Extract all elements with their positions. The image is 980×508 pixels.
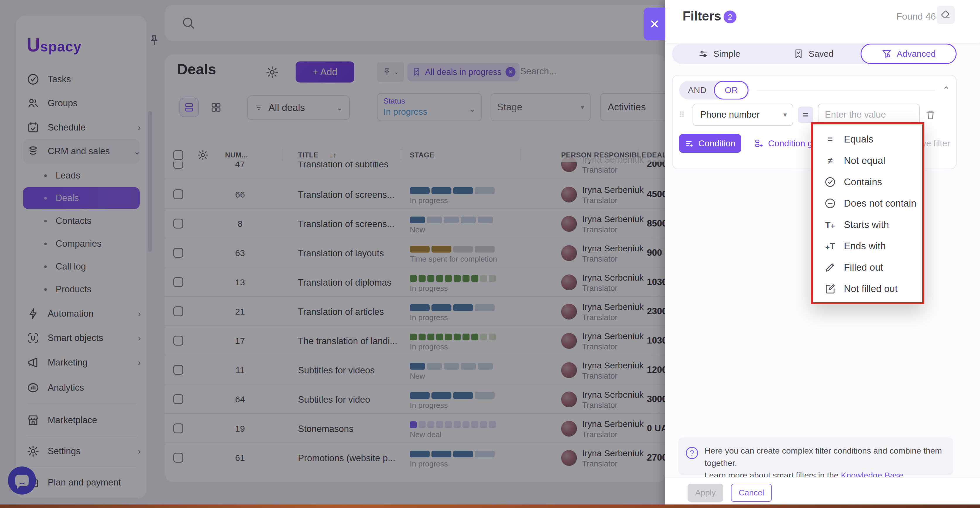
starts-with-icon: T₊ [823, 219, 837, 230]
menu-item-filled-out[interactable]: Filled out [813, 257, 922, 278]
help-note: ? Here you can create complex filter con… [678, 438, 953, 475]
help-line1: Here you can create complex filter condi… [705, 446, 942, 468]
menu-item-label: Does not contain [844, 198, 916, 209]
menu-item-does-not-contain[interactable]: Does not contain [813, 192, 922, 214]
circle-check-icon [823, 176, 837, 188]
and-option[interactable]: AND [679, 85, 714, 95]
field-select[interactable]: Phone number ▾ [692, 103, 793, 126]
pencil-icon [823, 262, 837, 273]
filters-footer: Apply Cancel [665, 477, 980, 508]
button-label: Condition [698, 138, 736, 148]
caret-down-icon: ▾ [783, 111, 787, 119]
menu-item-not-equal[interactable]: ≠ Not equal [813, 150, 922, 171]
tab-advanced[interactable]: Advanced [861, 44, 956, 64]
tab-saved[interactable]: Saved [766, 44, 861, 64]
close-filters-button[interactable]: ✕ [644, 8, 665, 40]
drag-handle-icon[interactable]: ⠿ [679, 113, 688, 117]
tab-label: Advanced [897, 49, 935, 59]
close-icon: ✕ [649, 17, 659, 31]
add-condition-icon [685, 139, 694, 148]
ends-with-icon: ₊T [823, 241, 837, 251]
collapse-group-icon[interactable]: ⌃ [942, 84, 950, 96]
menu-item-label: Filled out [844, 262, 883, 273]
filters-title: Filters [682, 9, 721, 24]
not-equal-icon: ≠ [823, 156, 837, 166]
square-pencil-icon [823, 283, 837, 295]
cancel-button[interactable]: Cancel [731, 484, 772, 502]
menu-item-ends-with[interactable]: ₊T Ends with [813, 235, 922, 257]
tab-label: Saved [808, 49, 834, 59]
operator-button[interactable]: = [798, 106, 813, 123]
divider [757, 90, 935, 90]
menu-item-label: Not filled out [844, 283, 897, 294]
trash-icon[interactable] [924, 109, 937, 121]
funnel-icon [881, 49, 892, 59]
filters-panel-header: Filters 2 Found 46 [665, 0, 980, 43]
logic-toggle-row: AND OR ⌃ [679, 81, 950, 100]
tab-label: Simple [713, 49, 740, 59]
apply-button[interactable]: Apply [687, 484, 723, 502]
sliders-icon [698, 49, 709, 59]
condition-group-icon [754, 138, 764, 148]
menu-item-label: Not equal [844, 155, 885, 166]
found-count: Found 46 [896, 11, 936, 22]
filter-mode-tabs: Simple Saved Advanced [672, 44, 956, 64]
menu-item-equals[interactable]: = Equals [813, 129, 922, 150]
menu-item-label: Equals [844, 134, 873, 145]
menu-item-starts-with[interactable]: T₊ Starts with [813, 214, 922, 235]
circle-minus-icon [823, 197, 837, 209]
app-root: Uspacy Tasks Groups Schedule › CRM and s… [0, 0, 980, 508]
clear-filters-button[interactable] [937, 6, 955, 24]
bookmark-icon [793, 49, 804, 59]
and-or-toggle: AND OR [679, 81, 749, 100]
field-select-value: Phone number [700, 110, 760, 120]
filters-count-badge: 2 [724, 11, 737, 24]
menu-item-label: Ends with [844, 241, 886, 252]
desktop-edge-strip [0, 505, 980, 508]
menu-item-label: Starts with [844, 219, 889, 230]
menu-item-contains[interactable]: Contains [813, 171, 922, 192]
menu-item-not-filled-out[interactable]: Not filled out [813, 278, 922, 299]
eraser-icon [940, 10, 951, 20]
equals-icon: = [823, 134, 837, 144]
menu-item-label: Contains [844, 176, 882, 187]
operator-dropdown-annotated: = Equals ≠ Not equal Contains Does not c… [811, 122, 924, 304]
tab-simple[interactable]: Simple [672, 44, 766, 64]
or-option-selected[interactable]: OR [714, 81, 748, 100]
add-condition-button[interactable]: Condition [679, 134, 741, 153]
question-icon: ? [686, 447, 698, 459]
